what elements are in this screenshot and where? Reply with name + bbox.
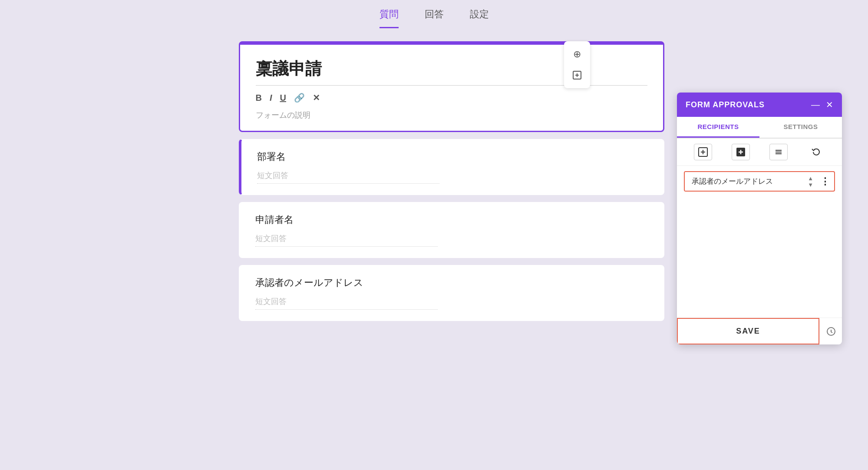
approvals-title: FORM APPROVALS xyxy=(686,100,765,109)
form-description[interactable]: フォームの説明 xyxy=(256,110,647,120)
tab-settings[interactable]: SETTINGS xyxy=(759,117,842,138)
tab-recipients[interactable]: RECIPIENTS xyxy=(677,117,759,138)
save-settings-icon[interactable] xyxy=(819,320,842,343)
side-toolbar: ⊕ xyxy=(564,41,590,88)
main-content: 稟議申請 B I U 🔗 ✕ フォームの説明 部署名 短文回答 1 申請者名 短… xyxy=(0,28,868,328)
question-label-3: 承認者のメールアドレス xyxy=(255,276,648,289)
recipient-arrows[interactable]: ▲▼ xyxy=(805,175,816,188)
add-element-button[interactable]: ⊕ xyxy=(568,45,587,64)
minimize-button[interactable]: — xyxy=(811,100,820,110)
formatting-toolbar: B I U 🔗 ✕ xyxy=(256,93,647,103)
tab-settings[interactable]: 設定 xyxy=(470,8,489,28)
bold-button[interactable]: B xyxy=(256,93,262,103)
list-view-button[interactable] xyxy=(769,144,788,160)
add-step-button[interactable] xyxy=(694,144,712,160)
close-button[interactable]: ✕ xyxy=(826,99,833,110)
question-card-1: 部署名 短文回答 1 xyxy=(239,139,664,195)
top-navigation: 質問 回答 設定 xyxy=(0,0,868,28)
refresh-button[interactable] xyxy=(807,144,825,160)
question-card-2: 申請者名 短文回答 xyxy=(239,202,664,258)
approvals-tabs: RECIPIENTS SETTINGS xyxy=(677,117,842,139)
add-approver-button[interactable] xyxy=(732,144,750,160)
tab-questions[interactable]: 質問 xyxy=(380,8,399,28)
question-label-1: 部署名 xyxy=(257,150,648,163)
question-card-3: 承認者のメールアドレス 短文回答 2 xyxy=(239,265,664,321)
approvals-panel: FORM APPROVALS — ✕ RECIPIENTS SETTINGS xyxy=(677,93,842,344)
underline-button[interactable]: U xyxy=(280,93,286,103)
save-button[interactable]: SAVE xyxy=(677,318,819,344)
link-button[interactable]: 🔗 xyxy=(294,93,305,103)
recipient-row: 承認者のメールアドレス ▲▼ ⋮ xyxy=(684,171,835,192)
question-label-2: 申請者名 xyxy=(255,213,648,226)
form-container: 稟議申請 B I U 🔗 ✕ フォームの説明 部署名 短文回答 1 申請者名 短… xyxy=(239,41,664,328)
recipient-more-button[interactable]: ⋮ xyxy=(816,176,834,187)
answer-placeholder-1[interactable]: 短文回答 xyxy=(257,170,439,184)
recipient-select[interactable]: 承認者のメールアドレス xyxy=(685,172,805,191)
approvals-panel-toolbar: 🎁 xyxy=(677,139,842,166)
answer-placeholder-2[interactable]: 短文回答 xyxy=(255,233,438,247)
approvals-header-buttons: — ✕ xyxy=(811,99,833,110)
save-bar: SAVE xyxy=(677,318,842,344)
italic-button[interactable]: I xyxy=(270,93,272,103)
tab-answers[interactable]: 回答 xyxy=(425,8,444,28)
answer-placeholder-3[interactable]: 短文回答 xyxy=(255,296,438,310)
import-button[interactable] xyxy=(568,66,587,85)
clear-format-button[interactable]: ✕ xyxy=(313,93,320,103)
approvals-header: FORM APPROVALS — ✕ xyxy=(677,93,842,117)
form-header-card: 稟議申請 B I U 🔗 ✕ フォームの説明 xyxy=(239,41,664,132)
